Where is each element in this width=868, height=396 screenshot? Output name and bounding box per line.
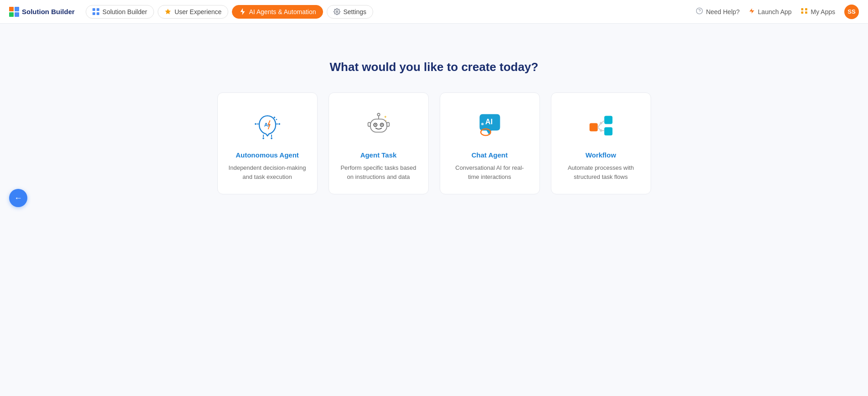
tab-solution-builder[interactable]: Solution Builder — [86, 5, 154, 19]
svg-point-18 — [278, 123, 280, 125]
tab-settings[interactable]: Settings — [327, 5, 374, 19]
svg-rect-41 — [604, 127, 612, 136]
launch-app-label: Launch App — [758, 8, 791, 15]
tab-ai-agents[interactable]: AI Agents & Automation — [232, 5, 323, 19]
svg-point-31 — [377, 113, 380, 116]
card-agent-task[interactable]: ✦ Agent Task Perform specific tasks base… — [329, 92, 429, 194]
bolt-icon — [239, 8, 246, 15]
svg-point-22 — [271, 137, 272, 139]
page-title: What would you like to create today? — [330, 60, 539, 74]
need-help-link[interactable]: Need Help? — [696, 7, 740, 16]
chat-agent-desc: Conversational AI for real-time interact… — [451, 163, 529, 181]
agent-task-desc: Perform specific tasks based on instruct… — [340, 163, 417, 181]
workflow-title: Workflow — [586, 151, 616, 159]
svg-rect-33 — [387, 122, 389, 127]
svg-rect-32 — [368, 122, 370, 127]
svg-point-28 — [375, 124, 376, 126]
svg-point-23 — [273, 117, 275, 118]
need-help-label: Need Help? — [706, 8, 740, 15]
agent-task-title: Agent Task — [360, 151, 397, 159]
star-icon — [164, 8, 172, 15]
svg-rect-25 — [370, 119, 387, 132]
back-button[interactable]: ← — [9, 189, 27, 207]
card-workflow[interactable]: Workflow Automate processes with structu… — [551, 92, 651, 194]
svg-marker-5 — [241, 8, 245, 15]
myapps-icon — [801, 7, 808, 16]
grid-icon — [92, 8, 100, 15]
gear-icon — [334, 8, 341, 15]
svg-rect-1 — [97, 8, 99, 11]
svg-rect-12 — [801, 11, 804, 14]
back-arrow-icon: ← — [14, 193, 22, 203]
cards-container: Ai Autonomous Agent — [217, 92, 651, 194]
svg-rect-0 — [92, 8, 95, 11]
svg-rect-2 — [92, 12, 95, 15]
autonomous-agent-icon: Ai — [249, 107, 286, 144]
svg-point-16 — [255, 123, 257, 125]
nav: Solution Builder User Experience AI Agen… — [86, 5, 373, 19]
tab-user-experience[interactable]: User Experience — [158, 5, 229, 19]
logo-icon — [9, 7, 19, 17]
svg-marker-4 — [165, 9, 171, 14]
svg-rect-39 — [589, 123, 597, 132]
tab-solution-builder-label: Solution Builder — [103, 8, 147, 15]
svg-point-35 — [385, 120, 386, 121]
svg-point-29 — [381, 124, 382, 126]
svg-point-37 — [481, 123, 483, 125]
launch-icon — [749, 8, 755, 15]
workflow-icon — [583, 107, 619, 144]
chat-agent-icon: AI — [472, 107, 508, 144]
header: Solution Builder Solution Builder — [0, 0, 868, 24]
agent-task-icon: ✦ — [360, 107, 397, 144]
svg-rect-11 — [805, 8, 807, 10]
launch-app-button[interactable]: Launch App — [749, 8, 791, 15]
svg-point-6 — [336, 11, 338, 13]
logo: Solution Builder — [9, 7, 75, 17]
header-right: Need Help? Launch App My Apps — [696, 5, 859, 19]
svg-point-24 — [276, 119, 277, 120]
svg-point-42 — [600, 122, 602, 124]
tab-settings-label: Settings — [344, 8, 367, 15]
chat-agent-title: Chat Agent — [472, 151, 508, 159]
avatar[interactable]: SS — [844, 5, 859, 19]
svg-text:✦: ✦ — [383, 115, 387, 119]
workflow-desc: Automate processes with structured task … — [562, 163, 640, 181]
logo-label: Solution Builder — [22, 8, 75, 15]
svg-rect-13 — [805, 11, 807, 14]
autonomous-agent-title: Autonomous Agent — [236, 151, 299, 159]
help-icon — [696, 7, 703, 16]
svg-rect-10 — [801, 8, 804, 10]
svg-rect-40 — [604, 116, 612, 124]
svg-point-20 — [262, 137, 264, 139]
svg-rect-3 — [97, 12, 99, 15]
my-apps-button[interactable]: My Apps — [801, 7, 835, 16]
my-apps-label: My Apps — [811, 8, 835, 15]
svg-point-43 — [600, 129, 602, 132]
card-chat-agent[interactable]: AI Chat Agent Conversational AI for real… — [440, 92, 540, 194]
svg-text:AI: AI — [485, 117, 493, 126]
svg-marker-9 — [750, 8, 755, 14]
card-autonomous-agent[interactable]: Ai Autonomous Agent — [217, 92, 318, 194]
tab-user-experience-label: User Experience — [175, 8, 222, 15]
main-content: What would you like to create today? Ai — [0, 24, 868, 194]
autonomous-agent-desc: Independent decision-making and task exe… — [229, 163, 306, 181]
tab-ai-agents-label: AI Agents & Automation — [249, 8, 316, 15]
